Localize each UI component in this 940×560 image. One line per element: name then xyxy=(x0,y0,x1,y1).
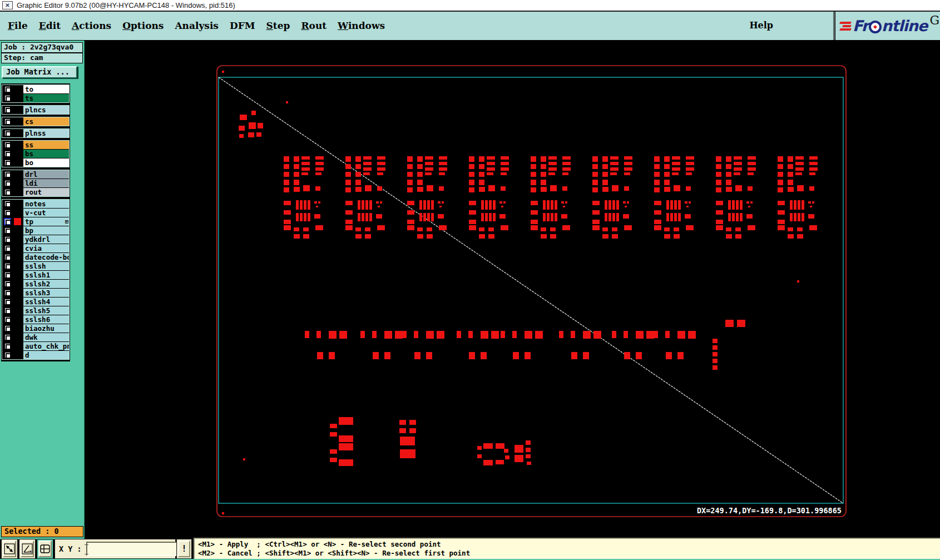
layer-row-v-cut[interactable]: v-cut xyxy=(2,209,69,217)
menu-dfm[interactable]: DFM xyxy=(230,20,255,31)
layer-row-notes[interactable]: notes xyxy=(2,200,69,209)
layer-row-sslsh4[interactable]: sslsh4 xyxy=(2,298,69,306)
layer-checkbox[interactable] xyxy=(4,351,11,359)
xy-input[interactable] xyxy=(86,542,187,556)
layer-row-to[interactable]: to xyxy=(2,85,69,94)
layer-row-biaozhu[interactable]: biaozhu xyxy=(2,324,69,333)
pcb-canvas[interactable]: DX=249.74,DY=-169.8,D=301.996865 xyxy=(85,41,940,538)
layer-row-sslsh3[interactable]: sslsh3 xyxy=(2,289,69,298)
job-matrix-button[interactable]: Job Matrix ... xyxy=(2,66,77,78)
layer-row-datecode-bo[interactable]: datecode-bo xyxy=(2,253,69,262)
layer-name[interactable]: bp xyxy=(23,226,69,235)
alert-button[interactable]: ! xyxy=(176,539,192,559)
menu-analysis[interactable]: Analysis xyxy=(175,20,219,31)
layer-name[interactable]: ss xyxy=(23,141,69,149)
layer-row-plncs[interactable]: plncs xyxy=(2,106,69,114)
layer-checkbox[interactable] xyxy=(4,130,11,137)
layer-name[interactable]: d xyxy=(23,351,69,359)
layer-row-bo[interactable]: bo xyxy=(2,158,69,167)
layer-name[interactable]: cvia xyxy=(23,244,69,252)
layer-checkbox[interactable] xyxy=(4,298,11,305)
layer-name[interactable]: bo xyxy=(23,158,69,167)
layer-name[interactable]: sslsh3 xyxy=(23,289,69,297)
layer-row-ts[interactable]: ts xyxy=(2,94,69,102)
layer-color-swatch[interactable] xyxy=(14,218,21,225)
layer-checkbox[interactable] xyxy=(4,325,11,332)
layer-name[interactable]: auto_chk_pnl xyxy=(23,342,69,350)
layer-row-sslsh6[interactable]: sslsh6 xyxy=(2,315,69,324)
layer-row-drl[interactable]: drl xyxy=(2,170,69,179)
layer-name[interactable]: ldi xyxy=(23,179,69,187)
layer-checkbox[interactable] xyxy=(4,245,11,252)
layer-name[interactable]: ts xyxy=(23,94,69,102)
layer-checkbox[interactable] xyxy=(4,189,11,196)
layer-checkbox[interactable] xyxy=(4,262,11,270)
layer-row-ss[interactable]: ss xyxy=(2,141,69,150)
layer-name[interactable]: rout xyxy=(23,188,69,196)
menu-options[interactable]: Options xyxy=(122,20,164,31)
layer-name[interactable]: notes xyxy=(23,200,69,208)
layer-checkbox[interactable] xyxy=(4,254,11,261)
layer-row-cs[interactable]: cs xyxy=(2,117,69,126)
layer-checkbox[interactable] xyxy=(4,334,11,341)
layer-name[interactable]: bs xyxy=(23,150,69,158)
layer-checkbox[interactable] xyxy=(4,200,11,207)
layer-row-sslsh2[interactable]: sslsh2 xyxy=(2,280,69,289)
layer-checkbox[interactable] xyxy=(4,316,11,323)
layer-name[interactable]: sslsh6 xyxy=(23,315,69,324)
layer-row-rout[interactable]: rout xyxy=(2,188,69,196)
layer-checkbox[interactable] xyxy=(4,280,11,288)
layer-checkbox[interactable] xyxy=(4,307,11,314)
layer-checkbox[interactable] xyxy=(4,209,11,216)
layer-row-cvia[interactable]: cvia xyxy=(2,244,69,253)
layer-checkbox[interactable] xyxy=(4,150,11,157)
layer-name[interactable]: dwk xyxy=(23,333,69,341)
layer-checkbox[interactable] xyxy=(4,95,11,102)
layer-name[interactable]: plncs xyxy=(23,106,69,114)
layer-checkbox[interactable] xyxy=(4,343,11,350)
layer-row-ydkdrl[interactable]: ydkdrl xyxy=(2,235,69,244)
menu-windows[interactable]: Windows xyxy=(338,20,385,31)
layer-row-sslsh5[interactable]: sslsh5 xyxy=(2,306,69,315)
layer-name[interactable]: v-cut xyxy=(23,209,69,217)
layer-checkbox[interactable] xyxy=(4,171,11,178)
layer-row-ldi[interactable]: ldi xyxy=(2,179,69,188)
layer-row-bp[interactable]: bp xyxy=(2,226,69,235)
layer-row-tp[interactable]: tp⊞ xyxy=(2,217,69,226)
layer-checkbox[interactable] xyxy=(4,271,11,279)
layer-name[interactable]: sslsh2 xyxy=(23,280,69,288)
menu-file[interactable]: File xyxy=(8,20,28,31)
layer-row-sslsh[interactable]: sslsh xyxy=(2,262,69,271)
layer-checkbox[interactable] xyxy=(4,106,11,113)
layer-checkbox[interactable] xyxy=(4,86,11,93)
layer-name[interactable]: sslsh1 xyxy=(23,271,69,279)
menu-edit[interactable]: Edit xyxy=(39,20,61,31)
layer-name[interactable]: plnss xyxy=(23,129,69,137)
layer-checkbox[interactable] xyxy=(4,227,11,234)
layer-name[interactable]: biaozhu xyxy=(23,324,69,333)
layer-name[interactable]: drl xyxy=(23,170,69,179)
measure-angle-button[interactable]: ok xyxy=(19,539,36,559)
measure-distance-button[interactable] xyxy=(1,539,18,559)
layer-name[interactable]: to xyxy=(23,85,69,93)
menu-help[interactable]: Help xyxy=(749,20,773,31)
layer-name[interactable]: cs xyxy=(23,117,69,126)
layer-name[interactable]: sslsh xyxy=(23,262,69,270)
layer-checkbox[interactable] xyxy=(4,141,11,148)
layer-name[interactable]: ydkdrl xyxy=(23,235,69,244)
layer-checkbox[interactable] xyxy=(4,118,11,125)
layer-name[interactable]: datecode-bo xyxy=(23,253,69,261)
layer-checkbox[interactable] xyxy=(4,236,11,243)
menu-rout[interactable]: Rout xyxy=(301,20,326,31)
menu-actions[interactable]: Actions xyxy=(72,20,111,31)
layer-row-dwk[interactable]: dwk xyxy=(2,333,69,342)
layer-row-plnss[interactable]: plnss xyxy=(2,129,69,137)
panel-view-button[interactable] xyxy=(37,539,53,559)
menu-step[interactable]: Step xyxy=(266,20,290,31)
layer-name[interactable]: sslsh4 xyxy=(23,298,69,306)
layer-checkbox[interactable] xyxy=(4,180,11,187)
layer-checkbox[interactable] xyxy=(4,159,11,166)
layer-name[interactable]: sslsh5 xyxy=(23,306,69,315)
layer-checkbox[interactable] xyxy=(4,218,11,225)
layer-row-sslsh1[interactable]: sslsh1 xyxy=(2,271,69,280)
